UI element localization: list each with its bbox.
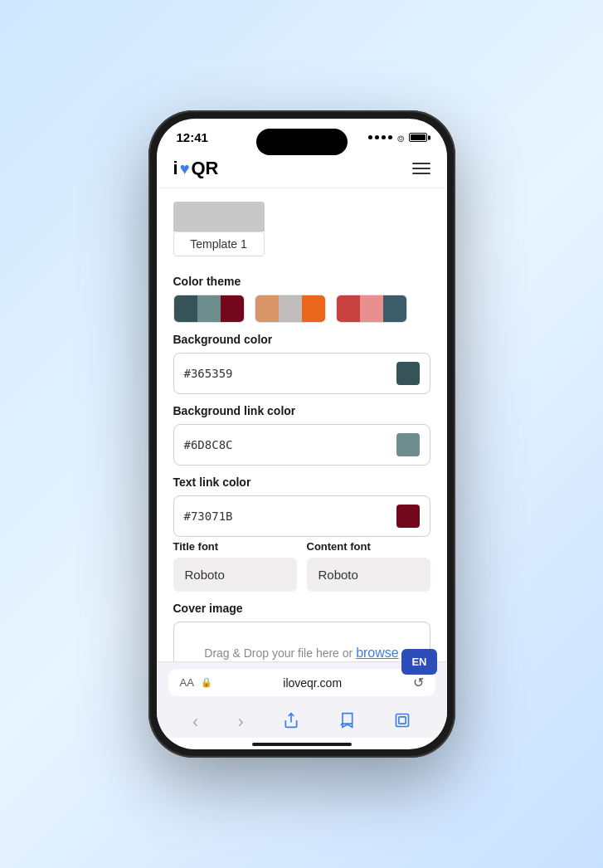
- share-button[interactable]: [283, 712, 299, 733]
- status-time: 12:41: [177, 130, 208, 144]
- main-content: Template 1 Color theme: [157, 188, 447, 661]
- browse-link[interactable]: browse: [356, 646, 399, 660]
- swatch-group-3[interactable]: [336, 295, 407, 323]
- background-color-section: Background color #365359: [173, 333, 430, 394]
- font-section: Title font Roboto Content font Roboto: [173, 540, 430, 592]
- tabs-button[interactable]: [394, 712, 411, 733]
- template-label[interactable]: Template 1: [173, 232, 265, 256]
- title-font-col: Title font Roboto: [173, 540, 297, 592]
- content-font-select[interactable]: Roboto: [307, 558, 430, 592]
- text-link-color-input[interactable]: #73071B: [173, 495, 430, 537]
- background-color-value: #365359: [184, 367, 396, 380]
- template-section: Template 1: [173, 188, 430, 265]
- content-font-label: Content font: [307, 540, 430, 553]
- background-link-color-label: Background link color: [173, 404, 430, 417]
- swatch-group-1[interactable]: [173, 295, 245, 323]
- upload-text: Drag & Drop your file here or: [204, 646, 356, 660]
- lock-icon: 🔒: [201, 677, 212, 688]
- background-color-label: Background color: [173, 333, 430, 346]
- color-theme-swatches: [173, 295, 430, 323]
- cover-image-label: Cover image: [173, 602, 430, 615]
- dynamic-island: [256, 129, 348, 155]
- background-link-color-input[interactable]: #6D8C8C: [173, 424, 430, 466]
- text-link-color-value: #73071B: [184, 510, 396, 523]
- swatch-2-1[interactable]: [255, 295, 279, 322]
- logo-qr: QR: [192, 158, 219, 179]
- swatch-1-3[interactable]: [221, 295, 244, 322]
- svg-rect-1: [396, 714, 408, 726]
- battery-icon: [409, 133, 427, 142]
- template-thumbnail: [173, 202, 265, 232]
- text-link-color-preview[interactable]: [396, 505, 420, 528]
- color-theme-section: Color theme: [173, 275, 430, 323]
- app-header: i ♥ QR: [157, 151, 447, 188]
- status-icons: ⌾: [368, 131, 427, 144]
- url-bar[interactable]: AA 🔒 iloveqr.com ↺: [168, 669, 435, 696]
- svg-rect-2: [399, 716, 406, 723]
- font-size-control[interactable]: AA: [180, 676, 194, 689]
- upload-area[interactable]: Drag & Drop your file here or browse: [173, 622, 430, 661]
- language-button[interactable]: EN: [401, 649, 436, 675]
- phone-screen: 12:41 ⌾ i ♥ QR: [157, 119, 447, 749]
- text-link-color-label: Text link color: [173, 475, 430, 489]
- background-link-color-preview[interactable]: [396, 433, 420, 456]
- back-button[interactable]: ‹: [192, 711, 198, 733]
- content-font-col: Content font Roboto: [307, 540, 430, 592]
- url-text: iloveqr.com: [219, 676, 406, 690]
- logo-i: i: [173, 158, 178, 179]
- background-color-preview[interactable]: [396, 362, 420, 385]
- background-link-color-section: Background link color #6D8C8C: [173, 404, 430, 466]
- background-link-color-value: #6D8C8C: [184, 438, 396, 451]
- cover-image-section: Cover image Drag & Drop your file here o…: [173, 602, 430, 661]
- title-font-select[interactable]: Roboto: [173, 558, 297, 592]
- swatch-group-2[interactable]: [255, 295, 326, 323]
- reload-icon[interactable]: ↺: [413, 675, 424, 690]
- swatch-2-3[interactable]: [302, 295, 325, 322]
- menu-button[interactable]: [412, 163, 430, 174]
- logo-heart-icon: ♥: [180, 159, 190, 178]
- home-bar: [252, 743, 352, 746]
- title-font-label: Title font: [173, 540, 297, 553]
- wifi-icon: ⌾: [397, 131, 404, 144]
- swatch-3-3[interactable]: [383, 295, 406, 322]
- bottom-nav: ‹ ›: [157, 703, 447, 738]
- swatch-3-1[interactable]: [337, 295, 360, 322]
- bookmarks-button[interactable]: [338, 712, 355, 733]
- phone-frame: 12:41 ⌾ i ♥ QR: [148, 110, 455, 758]
- background-color-input[interactable]: #365359: [173, 353, 430, 394]
- swatch-1-2[interactable]: [197, 295, 221, 322]
- app-logo: i ♥ QR: [173, 158, 219, 179]
- forward-button[interactable]: ›: [237, 711, 243, 733]
- text-link-color-section: Text link color #73071B: [173, 475, 430, 537]
- swatch-2-2[interactable]: [279, 295, 302, 322]
- signal-icon: [368, 135, 392, 139]
- color-theme-label: Color theme: [173, 275, 430, 288]
- swatch-1-1[interactable]: [174, 295, 197, 322]
- swatch-3-2[interactable]: [360, 295, 383, 322]
